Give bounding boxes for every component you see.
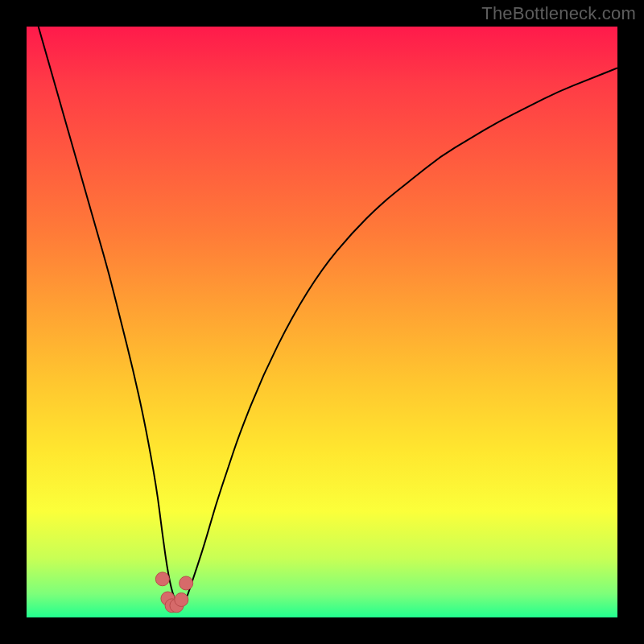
bottleneck-chart (27, 27, 617, 617)
plot-area (27, 27, 617, 617)
marker-dot (180, 576, 193, 590)
gradient-background (27, 27, 617, 617)
chart-frame: TheBottleneck.com (0, 0, 644, 644)
marker-dot (175, 592, 188, 606)
watermark-text: TheBottleneck.com (481, 3, 636, 24)
marker-dot (155, 572, 169, 586)
